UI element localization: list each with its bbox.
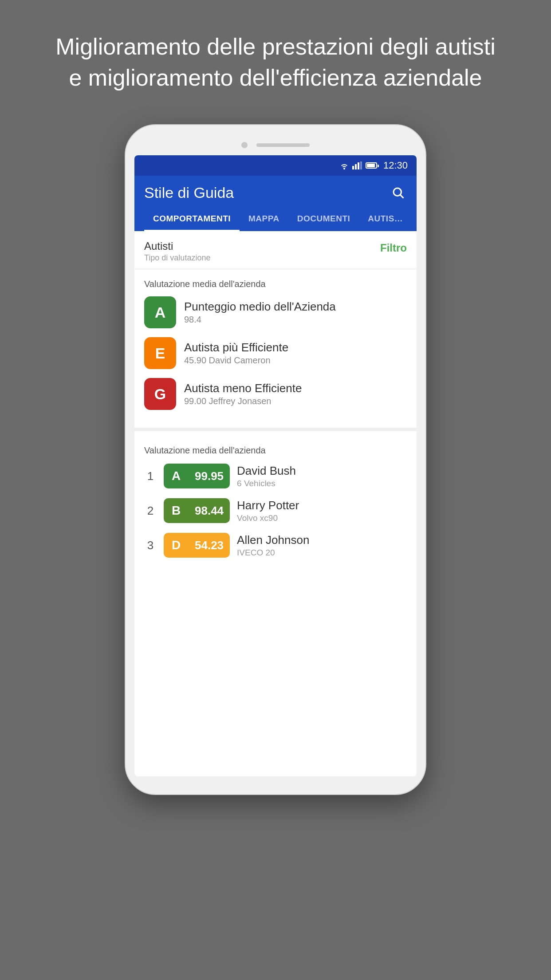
svg-point-4 — [394, 188, 401, 196]
score-info-1: Autista più Efficiente 45.90 David Camer… — [184, 341, 288, 366]
score-item-0: A Punteggio medio dell'Azienda 98.4 — [144, 296, 407, 328]
rank-item-1[interactable]: 1 A 99.95 David Bush 6 Vehicles — [144, 464, 407, 488]
score-badge-a: A — [144, 296, 176, 328]
rank-value-1: 99.95 — [189, 464, 230, 488]
wifi-icon — [339, 161, 350, 169]
phone-screen: 12:30 Stile di Guida COMPORTAMENTI MAPPA — [134, 155, 417, 776]
svg-rect-1 — [355, 164, 357, 169]
phone-notch-area — [134, 138, 417, 155]
search-button[interactable] — [389, 184, 407, 201]
rank-badge-3: D 54.23 — [164, 533, 230, 558]
status-time: 12:30 — [383, 160, 408, 171]
app-bar-title-row: Stile di Guida — [144, 184, 407, 208]
app-bar: Stile di Guida COMPORTAMENTI MAPPA DOCUM… — [134, 176, 417, 231]
rank-name-3: Allen Johnson — [237, 533, 309, 547]
status-icons — [339, 161, 377, 169]
status-bar: 12:30 — [134, 155, 417, 176]
rank-badge-2: B 98.44 — [164, 498, 230, 523]
tab-mappa[interactable]: MAPPA — [240, 208, 288, 231]
phone-speaker — [256, 143, 310, 147]
front-camera — [241, 142, 248, 148]
rank-value-3: 54.23 — [189, 533, 230, 558]
score-badge-e: E — [144, 337, 176, 369]
rank-letter-3: D — [164, 533, 189, 558]
ranking-section-title: Valutazione media dell'azienda — [144, 445, 407, 456]
company-section-title: Valutazione media dell'azienda — [144, 279, 407, 289]
score-title-1: Autista più Efficiente — [184, 341, 288, 354]
rank-badge-1: A 99.95 — [164, 464, 230, 488]
score-info-0: Punteggio medio dell'Azienda 98.4 — [184, 300, 336, 325]
svg-rect-2 — [358, 162, 359, 169]
score-sub-0: 98.4 — [184, 315, 336, 325]
tab-comportamenti[interactable]: COMPORTAMENTI — [144, 208, 240, 231]
company-section: Valutazione media dell'azienda A Puntegg… — [134, 269, 417, 423]
rank-sub-1: 6 Vehicles — [237, 479, 296, 488]
section-divider — [134, 428, 417, 431]
tab-autis[interactable]: AUTIS… — [359, 208, 412, 231]
rank-item-2[interactable]: 2 B 98.44 Harry Potter Volvo xc90 — [144, 498, 407, 523]
filter-sub-label: Tipo di valutazione — [144, 253, 210, 263]
rank-value-2: 98.44 — [189, 498, 230, 523]
filter-row: Autisti Tipo di valutazione Filtro — [134, 231, 417, 269]
phone-body: 12:30 Stile di Guida COMPORTAMENTI MAPPA — [125, 124, 426, 795]
rank-letter-2: B — [164, 498, 189, 523]
score-title-2: Autista meno Efficiente — [184, 382, 302, 395]
score-title-0: Punteggio medio dell'Azienda — [184, 300, 336, 314]
filtro-button[interactable]: Filtro — [380, 240, 407, 254]
rank-number-3: 3 — [144, 539, 157, 552]
tab-bar: COMPORTAMENTI MAPPA DOCUMENTI AUTIS… — [144, 208, 407, 231]
svg-line-5 — [401, 195, 404, 198]
score-item-2: G Autista meno Efficiente 99.00 Jeffrey … — [144, 378, 407, 410]
ranking-section: Valutazione media dell'azienda 1 A 99.95… — [134, 436, 417, 572]
tab-documenti[interactable]: DOCUMENTI — [288, 208, 359, 231]
rank-number-1: 1 — [144, 469, 157, 483]
rank-info-3: Allen Johnson IVECO 20 — [237, 533, 309, 558]
phone-frame: 12:30 Stile di Guida COMPORTAMENTI MAPPA — [125, 124, 426, 795]
hero-text: Miglioramento delle prestazioni degli au… — [0, 0, 551, 120]
rank-sub-2: Volvo xc90 — [237, 513, 299, 523]
svg-rect-0 — [352, 166, 354, 169]
score-item-1: E Autista più Efficiente 45.90 David Cam… — [144, 337, 407, 369]
rank-number-2: 2 — [144, 504, 157, 518]
rank-item-3[interactable]: 3 D 54.23 Allen Johnson IVECO 20 — [144, 533, 407, 558]
score-info-2: Autista meno Efficiente 99.00 Jeffrey Jo… — [184, 382, 302, 406]
score-sub-1: 45.90 David Cameron — [184, 355, 288, 366]
svg-rect-3 — [360, 161, 362, 169]
rank-info-2: Harry Potter Volvo xc90 — [237, 499, 299, 523]
score-sub-2: 99.00 Jeffrey Jonasen — [184, 396, 302, 406]
rank-letter-1: A — [164, 464, 189, 488]
rank-sub-3: IVECO 20 — [237, 548, 309, 558]
score-badge-g: G — [144, 378, 176, 410]
rank-name-1: David Bush — [237, 464, 296, 478]
rank-info-1: David Bush 6 Vehicles — [237, 464, 296, 488]
rank-name-2: Harry Potter — [237, 499, 299, 512]
battery-icon — [366, 162, 377, 169]
search-icon — [391, 186, 405, 199]
filter-main-label: Autisti — [144, 240, 210, 252]
signal-icon — [352, 161, 362, 169]
app-title: Stile di Guida — [144, 184, 234, 201]
filter-labels: Autisti Tipo di valutazione — [144, 240, 210, 263]
